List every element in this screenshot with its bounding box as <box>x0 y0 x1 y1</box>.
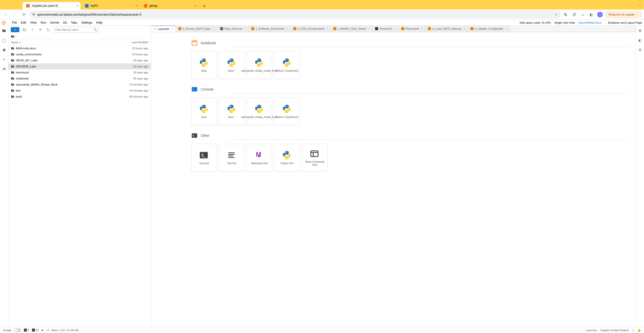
new-tab-button[interactable]: + <box>201 3 208 10</box>
property-inspector-icon[interactable] <box>637 28 643 34</box>
file-row[interactable]: GEOS_657_Labs28 days ago <box>8 57 151 63</box>
breadcrumb[interactable]: / <box>8 34 151 39</box>
menu-run[interactable]: Run <box>41 21 46 24</box>
launcher-card[interactable]: Python 3 (ipykernel) <box>274 98 300 125</box>
git-branch-icon[interactable]: ⎇ <box>46 328 49 332</box>
relaunch-button[interactable]: Relaunch to update ⋮ <box>606 12 641 18</box>
menu-kernel[interactable]: Kernel <box>50 21 59 24</box>
file-row[interactable]: lost+found28 days ago <box>8 69 151 75</box>
close-icon[interactable]: × <box>327 27 328 30</box>
sidepanel-icon[interactable]: ◧ <box>589 12 594 17</box>
settings-icon[interactable]: ⚙ <box>637 47 643 53</box>
filebrowser-tab-icon[interactable] <box>1 28 7 34</box>
search-icon: 🔍 <box>94 28 97 31</box>
running-tab-icon[interactable]: ◯ <box>1 37 7 43</box>
close-icon[interactable]: × <box>77 4 78 8</box>
launcher-card[interactable]: $_Terminal <box>191 144 217 172</box>
close-icon[interactable]: × <box>287 27 288 30</box>
menu-help[interactable]: Help <box>96 21 103 24</box>
close-icon[interactable]: × <box>421 27 423 30</box>
shutdown-link[interactable]: Shutdown and Logout Page <box>605 21 642 24</box>
file-row[interactable]: notebooks28 days ago <box>8 75 151 81</box>
launcher-card[interactable]: Text File <box>219 144 245 172</box>
doc-tab[interactable]: Terminal 3× <box>373 26 399 32</box>
file-row[interactable]: conda_environments23 hours ago <box>8 51 151 57</box>
url-field[interactable]: ⚙ ☆ <box>30 11 560 18</box>
star-icon[interactable]: ☆ <box>555 13 558 16</box>
close-icon[interactable]: × <box>213 27 215 30</box>
menu-file[interactable]: File <box>12 21 17 24</box>
file-row[interactable]: GEOS639_Labs28 days ago <box>8 63 151 69</box>
upload-icon[interactable] <box>29 27 35 33</box>
file-row[interactable]: test349 minutes ago <box>8 94 151 100</box>
doc-tab[interactable]: a_Load_HyP3_Data.ipy× <box>425 26 468 32</box>
close-icon[interactable]: × <box>245 27 246 30</box>
name-column-header[interactable]: Name <box>11 41 18 44</box>
launcher-card[interactable]: Python 3 (ipykernel) <box>274 51 300 79</box>
back-button[interactable]: ← <box>3 11 9 18</box>
menu-settings[interactable]: Settings <box>81 21 92 24</box>
file-modified: 28 days ago <box>133 65 148 68</box>
docs-link[interactable]: OpenSARlab Docs <box>578 21 601 24</box>
doc-tab[interactable]: 3_Access_HyP3_Data.× <box>176 26 218 32</box>
refresh-icon[interactable]: ⟳ <box>37 27 44 33</box>
doc-tab[interactable]: Start_Here.md× <box>218 26 249 32</box>
close-icon[interactable]: × <box>194 4 196 8</box>
close-icon[interactable]: × <box>136 4 137 8</box>
translate-icon[interactable] <box>563 12 569 17</box>
launcher-card[interactable]: base <box>191 51 217 79</box>
extensions-tab-icon[interactable]: JB <box>1 66 7 72</box>
doc-tab[interactable]: c_MintPy_Time_Series× <box>331 26 373 32</box>
file-row[interactable]: opensarlab_MintPy_Recipe_Book10 minutes … <box>8 81 151 88</box>
reload-button[interactable]: ⟳ <box>21 11 27 18</box>
git-icon[interactable] <box>46 27 52 33</box>
launcher-card[interactable]: MMarkdown File <box>247 144 272 172</box>
forward-button[interactable]: → <box>12 11 18 18</box>
doc-tab[interactable]: 1_Software_Environme× <box>249 26 291 32</box>
new-launcher-button[interactable]: + <box>11 27 19 32</box>
close-icon[interactable]: × <box>368 27 370 30</box>
language-label[interactable]: English (United States) <box>600 329 629 332</box>
menu-view[interactable]: View <box>30 21 37 24</box>
launcher-card[interactable]: base * <box>219 51 245 79</box>
bell-icon[interactable]: 🔔 <box>637 328 641 332</box>
doc-tab[interactable]: 2_CDS_Access.ipynb× <box>291 26 331 32</box>
close-icon[interactable]: × <box>464 27 465 30</box>
doc-tab[interactable]: b_Update_Configuratio× <box>468 26 510 32</box>
simple-toggle[interactable] <box>14 328 21 332</box>
file-row[interactable]: test10 minutes ago <box>8 88 151 94</box>
filter-input[interactable]: 🔍 <box>54 27 99 32</box>
modified-column-header[interactable]: Last Modified <box>132 41 148 44</box>
site-settings-icon[interactable]: ⚙ <box>32 13 35 16</box>
menu-tabs[interactable]: Tabs <box>71 21 77 24</box>
browser-tab[interactable]: HyP3× <box>82 2 139 10</box>
launcher-card[interactable]: opensarlab_mintpy_recipe_book <box>247 51 272 79</box>
debugger-icon[interactable]: ◐ <box>637 37 643 43</box>
devices-icon[interactable]: ▭ <box>580 12 586 17</box>
git-tab-icon[interactable] <box>1 47 7 53</box>
doc-tab[interactable]: Plots.ipynb× <box>399 26 426 32</box>
lsp-icon[interactable]: ◈ <box>41 328 43 332</box>
launcher-card[interactable]: opensarlab_mintpy_recipe_book <box>247 98 272 125</box>
profile-avatar[interactable] <box>597 12 603 17</box>
browser-tab[interactable]: JupyterLab (auto-5)× <box>23 2 80 10</box>
launcher-card[interactable]: base * <box>219 98 245 125</box>
tabbar-menu-icon[interactable]: ⌄ <box>638 3 641 7</box>
close-icon[interactable]: × <box>394 27 396 30</box>
terminals-count[interactable]: ⬛3 <box>24 328 29 332</box>
new-folder-icon[interactable] <box>21 27 27 33</box>
url-input[interactable] <box>37 13 553 16</box>
close-icon[interactable]: × <box>505 27 507 30</box>
launcher-card[interactable]: Show Contextual Help <box>302 144 328 172</box>
extensions-icon[interactable] <box>572 12 577 17</box>
close-icon[interactable]: × <box>172 28 173 30</box>
launcher-card[interactable]: base <box>191 98 217 125</box>
browser-tab[interactable]: gifcap× <box>140 2 198 10</box>
toc-tab-icon[interactable]: ≡ <box>1 56 7 62</box>
file-row[interactable]: ARIA-tools-docs23 hours ago <box>8 45 151 51</box>
doc-tab[interactable]: Launcher× <box>151 26 176 32</box>
menu-git[interactable]: Git <box>63 21 67 24</box>
kernels-count[interactable]: ⬛10 <box>32 328 39 332</box>
menu-edit[interactable]: Edit <box>21 21 26 24</box>
launcher-card[interactable]: Python File <box>274 144 300 172</box>
